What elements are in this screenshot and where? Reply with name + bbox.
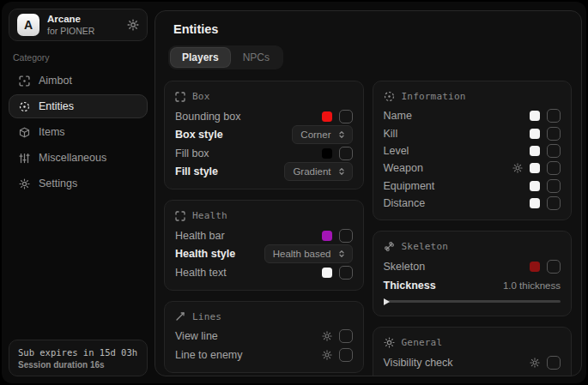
color-swatch[interactable] <box>322 231 332 241</box>
sidebar: A Arcane for PIONER Category Aimbot <box>2 2 155 383</box>
sidebar-item-entities[interactable]: Entities <box>9 94 148 118</box>
row-health-bar: Health bar <box>175 226 353 245</box>
tab-npcs[interactable]: NPCs <box>232 48 281 67</box>
logo-letter: A <box>24 18 33 32</box>
color-swatch[interactable] <box>322 111 332 122</box>
health-style-select[interactable]: Health based <box>264 244 353 263</box>
row-label: Thickness <box>384 280 503 292</box>
equipment-checkbox[interactable] <box>547 179 561 193</box>
brand-text: Arcane for PIONER <box>47 14 94 35</box>
row-label: Box style <box>175 129 292 141</box>
sidebar-item-label: Settings <box>39 177 77 189</box>
view-line-settings-gear-icon[interactable] <box>322 331 332 341</box>
health-bar-checkbox[interactable] <box>339 229 353 243</box>
row-label: Health text <box>175 267 322 279</box>
card-title: Health <box>192 210 227 221</box>
kill-checkbox[interactable] <box>547 127 561 141</box>
sidebar-item-settings[interactable]: Settings <box>9 171 148 196</box>
color-swatch[interactable] <box>322 148 332 159</box>
package-icon <box>18 127 30 138</box>
name-checkbox[interactable] <box>547 109 561 123</box>
color-swatch[interactable] <box>530 129 540 139</box>
left-column: Box Bounding box Box style Corne <box>164 81 364 376</box>
row-line-to-enemy: Line to enemy <box>175 346 353 364</box>
card-general: General Visibility check Max distance 50… <box>373 327 573 376</box>
color-swatch[interactable] <box>530 181 540 191</box>
entities-radar-icon <box>18 101 30 112</box>
select-value: Corner <box>300 129 330 140</box>
fill-style-select[interactable]: Gradient <box>284 162 352 181</box>
color-swatch[interactable] <box>530 198 540 208</box>
sun-icon <box>384 337 395 348</box>
row-label: Health bar <box>175 230 322 242</box>
weapon-checkbox[interactable] <box>547 161 561 175</box>
box-style-select[interactable]: Corner <box>292 125 352 144</box>
level-checkbox[interactable] <box>547 144 561 158</box>
line-to-enemy-settings-gear-icon[interactable] <box>322 350 332 360</box>
color-swatch[interactable] <box>530 111 540 121</box>
row-view-line: View line <box>175 328 353 346</box>
row-label: Fill box <box>175 147 322 159</box>
visibility-check-checkbox[interactable] <box>547 356 561 370</box>
tab-bar: Players NPCs <box>168 45 283 69</box>
row-level: Level <box>384 142 561 159</box>
thickness-slider[interactable] <box>384 300 561 303</box>
row-skeleton: Skeleton <box>384 257 561 276</box>
row-label: Kill <box>384 128 530 140</box>
row-health-style: Health style Health based <box>175 245 353 264</box>
tab-players[interactable]: Players <box>171 48 230 67</box>
row-weapon: Weapon <box>384 159 561 177</box>
distance-checkbox[interactable] <box>547 196 561 210</box>
skeleton-checkbox[interactable] <box>547 260 561 274</box>
color-swatch[interactable] <box>530 262 540 272</box>
line-to-enemy-checkbox[interactable] <box>339 348 353 362</box>
card-box-header: Box <box>175 91 353 102</box>
row-label: View line <box>175 330 322 342</box>
sidebar-item-miscellaneous[interactable]: Miscellaneous <box>9 146 148 170</box>
diagonal-line-icon <box>175 311 185 322</box>
card-lines: Lines View line Line to enemy <box>164 301 364 373</box>
card-title: General <box>402 337 443 348</box>
view-line-checkbox[interactable] <box>339 329 353 343</box>
frame-corners-icon <box>175 92 185 102</box>
sidebar-nav: Aimbot Entities Items Miscellaneous <box>9 69 148 196</box>
row-label: Fill style <box>175 165 284 177</box>
right-column: Information Name Kill <box>373 81 573 376</box>
sliders-icon <box>18 153 30 164</box>
app-logo: A <box>17 14 39 36</box>
row-fill-style: Fill style Gradient <box>175 163 353 182</box>
color-swatch[interactable] <box>322 268 332 278</box>
crosshair-frame-icon <box>18 75 30 87</box>
row-visibility-check: Visibility check <box>384 353 561 372</box>
fill-box-checkbox[interactable] <box>339 147 353 160</box>
app-name: Arcane <box>47 14 94 25</box>
color-swatch[interactable] <box>530 146 540 156</box>
row-equipment: Equipment <box>384 177 561 195</box>
brand-card: A Arcane for PIONER <box>9 9 148 41</box>
color-swatch[interactable] <box>530 163 540 173</box>
slider-thumb[interactable] <box>384 298 390 305</box>
sidebar-item-items[interactable]: Items <box>9 120 148 144</box>
row-box-style: Box style Corner <box>175 126 353 145</box>
row-label: Name <box>384 110 530 122</box>
category-label: Category <box>13 52 143 63</box>
weapon-settings-gear-icon[interactable] <box>512 163 523 173</box>
bounding-box-checkbox[interactable] <box>339 110 353 123</box>
card-skeleton: Skeleton Skeleton Thickness 1.0 thicknes… <box>373 231 573 316</box>
row-label: Equipment <box>384 180 530 192</box>
row-label: Level <box>384 145 530 157</box>
sub-expires-text: Sub expires in 15d 03h <box>18 347 138 358</box>
card-health-header: Health <box>175 210 353 221</box>
page-title: Entities <box>173 22 572 36</box>
sidebar-item-label: Entities <box>39 100 74 112</box>
bone-icon <box>384 241 395 252</box>
row-label: Health style <box>175 248 264 260</box>
row-kill: Kill <box>384 124 561 141</box>
card-title: Box <box>192 91 209 102</box>
sidebar-item-aimbot[interactable]: Aimbot <box>9 69 148 93</box>
select-value: Gradient <box>293 166 330 177</box>
health-text-checkbox[interactable] <box>339 266 353 280</box>
visibility-check-settings-gear-icon[interactable] <box>530 358 540 368</box>
card-information: Information Name Kill <box>373 81 573 220</box>
brand-gear-icon[interactable] <box>127 19 139 31</box>
